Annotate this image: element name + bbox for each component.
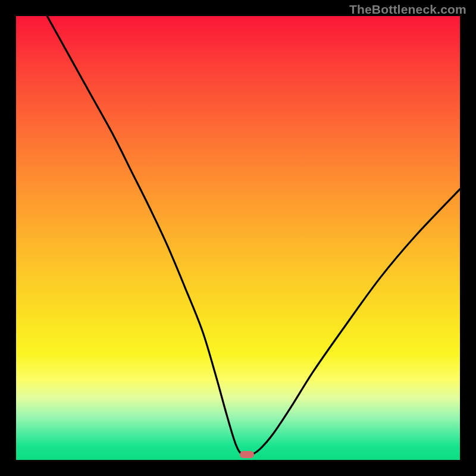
optimum-marker [240, 451, 254, 458]
chart-stage: TheBottleneck.com [0, 0, 476, 476]
bottleneck-curve [16, 16, 460, 460]
watermark-text: TheBottleneck.com [349, 2, 466, 17]
plot-area [16, 16, 460, 460]
